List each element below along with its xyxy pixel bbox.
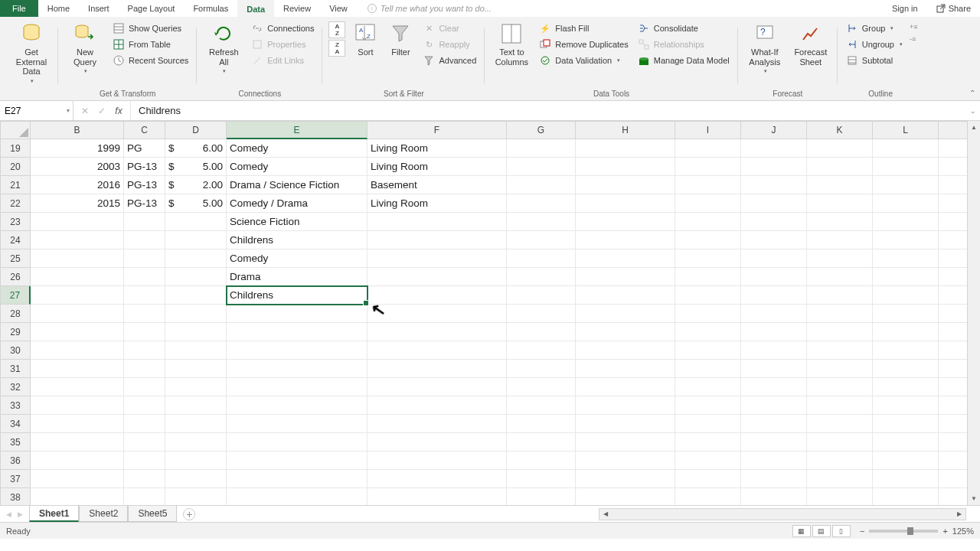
cell-D37[interactable]: [165, 470, 227, 488]
cell-G36[interactable]: [507, 452, 576, 470]
cell-B34[interactable]: [31, 415, 124, 433]
cell-I35[interactable]: [675, 433, 741, 452]
tab-data[interactable]: Data: [237, 0, 274, 17]
cell-H37[interactable]: [576, 470, 675, 488]
cell-F36[interactable]: [368, 452, 507, 470]
sheet-tab-2[interactable]: Sheet2: [79, 506, 128, 522]
add-sheet-button[interactable]: +: [183, 508, 195, 520]
what-if-button[interactable]: ? What-If Analysis▾: [744, 20, 786, 74]
cell-B21[interactable]: 2016: [31, 176, 124, 194]
cell-D32[interactable]: [165, 378, 227, 396]
cell-L35[interactable]: [873, 433, 939, 452]
cell-J24[interactable]: [741, 231, 807, 249]
cell-H24[interactable]: [576, 231, 675, 249]
cell-E30[interactable]: [227, 341, 368, 360]
zoom-level[interactable]: 125%: [952, 527, 974, 536]
cell-K36[interactable]: [807, 452, 873, 470]
cell-G37[interactable]: [507, 470, 576, 488]
cell-I29[interactable]: [675, 323, 741, 341]
filter-button[interactable]: Filter: [385, 20, 416, 57]
cell-I30[interactable]: [675, 341, 741, 360]
cell-D34[interactable]: [165, 415, 227, 433]
cell-B36[interactable]: [31, 452, 124, 470]
cell-G31[interactable]: [507, 360, 576, 378]
cell-L32[interactable]: [873, 378, 939, 396]
cell-H32[interactable]: [576, 378, 675, 396]
row-header-31[interactable]: 31: [0, 360, 31, 378]
row-header-25[interactable]: 25: [0, 249, 31, 268]
subtotal-button[interactable]: Subtotal: [844, 54, 905, 67]
forecast-sheet-button[interactable]: Forecast Sheet: [790, 20, 831, 67]
chevron-down-icon[interactable]: ▾: [67, 107, 70, 114]
row-header-35[interactable]: 35: [0, 433, 31, 452]
cell-K24[interactable]: [807, 231, 873, 249]
consolidate-button[interactable]: Consolidate: [635, 21, 732, 35]
row-header-21[interactable]: 21: [0, 176, 31, 194]
cell-L33[interactable]: [873, 396, 939, 415]
cell-C35[interactable]: [124, 433, 165, 452]
data-validation-button[interactable]: Data Validation▾: [537, 54, 630, 67]
cell-E24[interactable]: Childrens: [227, 231, 368, 249]
cell-E28[interactable]: [227, 305, 368, 323]
cell-F30[interactable]: [368, 341, 507, 360]
zoom-control[interactable]: − + 125%: [860, 527, 974, 536]
cell-J37[interactable]: [741, 470, 807, 488]
sort-za-icon[interactable]: ZA: [328, 40, 345, 57]
sort-az-icon[interactable]: AZ: [328, 21, 345, 38]
cell-H33[interactable]: [576, 396, 675, 415]
cell-B37[interactable]: [31, 470, 124, 488]
cell-E27[interactable]: Childrens: [227, 286, 368, 305]
cell-L28[interactable]: [873, 305, 939, 323]
cell-B26[interactable]: [31, 268, 124, 286]
cell-H25[interactable]: [576, 249, 675, 268]
fx-icon[interactable]: fx: [110, 106, 127, 116]
cell-C27[interactable]: [124, 286, 165, 305]
cell-I26[interactable]: [675, 268, 741, 286]
row-header-29[interactable]: 29: [0, 323, 31, 341]
cell-K19[interactable]: [807, 139, 873, 158]
row-header-37[interactable]: 37: [0, 470, 31, 488]
sign-in-button[interactable]: Sign in: [883, 4, 927, 13]
tab-home[interactable]: Home: [38, 0, 79, 17]
cell-K34[interactable]: [807, 415, 873, 433]
cell-J31[interactable]: [741, 360, 807, 378]
cell-J35[interactable]: [741, 433, 807, 452]
cell-K20[interactable]: [807, 158, 873, 176]
cell-H21[interactable]: [576, 176, 675, 194]
cell-C37[interactable]: [124, 470, 165, 488]
sheet-tab-1[interactable]: Sheet1: [29, 506, 79, 522]
cell-G24[interactable]: [507, 231, 576, 249]
cell-C33[interactable]: [124, 396, 165, 415]
cell-K27[interactable]: [807, 286, 873, 305]
col-header-G[interactable]: G: [507, 121, 576, 139]
col-header-E[interactable]: E: [227, 121, 368, 139]
cell-H28[interactable]: [576, 305, 675, 323]
col-header-I[interactable]: I: [675, 121, 741, 139]
cell-C25[interactable]: [124, 249, 165, 268]
row-header-26[interactable]: 26: [0, 268, 31, 286]
cell-I22[interactable]: [675, 194, 741, 213]
cell-K21[interactable]: [807, 176, 873, 194]
cell-D31[interactable]: [165, 360, 227, 378]
cell-B38[interactable]: [31, 488, 124, 505]
cell-E37[interactable]: [227, 470, 368, 488]
cell-K31[interactable]: [807, 360, 873, 378]
tab-formulas[interactable]: Formulas: [184, 0, 237, 17]
cell-H31[interactable]: [576, 360, 675, 378]
cell-C24[interactable]: [124, 231, 165, 249]
cell-K23[interactable]: [807, 213, 873, 231]
cell-E35[interactable]: [227, 433, 368, 452]
cell-F34[interactable]: [368, 415, 507, 433]
cell-I21[interactable]: [675, 176, 741, 194]
col-header-K[interactable]: K: [807, 121, 873, 139]
row-header-19[interactable]: 19: [0, 139, 31, 158]
cell-L30[interactable]: [873, 341, 939, 360]
formula-input[interactable]: Childrens: [131, 101, 966, 120]
recent-sources-button[interactable]: Recent Sources: [110, 54, 191, 67]
cell-K37[interactable]: [807, 470, 873, 488]
cell-G35[interactable]: [507, 433, 576, 452]
cell-B31[interactable]: [31, 360, 124, 378]
cell-E33[interactable]: [227, 396, 368, 415]
row-header-36[interactable]: 36: [0, 452, 31, 470]
connections-button[interactable]: Connections: [249, 21, 316, 35]
